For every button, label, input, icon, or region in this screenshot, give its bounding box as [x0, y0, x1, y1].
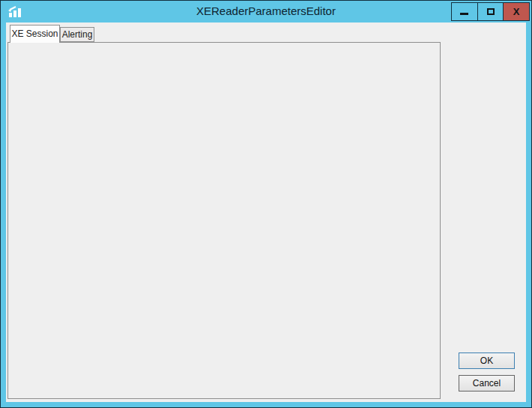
tab-xe-session[interactable]: XE Session	[10, 25, 60, 43]
close-button[interactable]: X	[503, 3, 529, 20]
minimize-icon	[460, 13, 468, 15]
cancel-button[interactable]: Cancel	[459, 375, 515, 392]
minimize-button[interactable]	[452, 3, 477, 20]
dialog-client-area: XE Session Alerting Name Definition CREA…	[6, 22, 526, 402]
tab-page-xe-session	[7, 42, 441, 399]
maximize-icon	[487, 8, 495, 15]
maximize-button[interactable]	[477, 3, 504, 20]
window-controls: X	[451, 2, 530, 21]
titlebar[interactable]: XEReaderParametersEditor X	[1, 1, 531, 22]
xereader-parameters-editor-window: XEReaderParametersEditor X XE Session Al…	[0, 0, 532, 408]
ok-button[interactable]: OK	[459, 352, 515, 369]
tab-alerting[interactable]: Alerting	[60, 27, 94, 42]
close-icon: X	[513, 7, 520, 16]
